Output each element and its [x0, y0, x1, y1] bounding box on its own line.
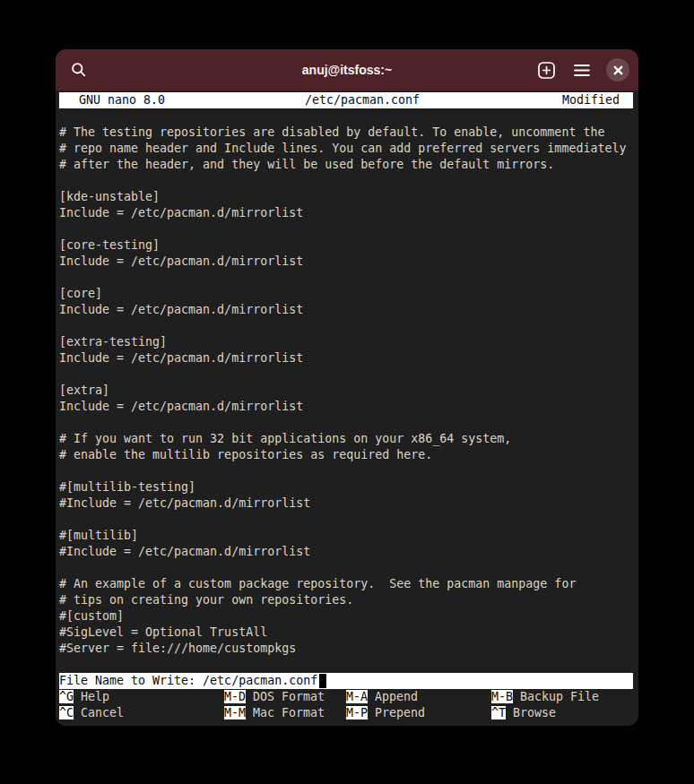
- shortcut-key: ^C: [59, 706, 74, 719]
- shortcut-key: ^G: [59, 690, 74, 703]
- search-icon: [70, 61, 88, 79]
- editor-line: #[multilib]: [59, 528, 633, 544]
- nano-filename: /etc/pacman.conf: [305, 92, 420, 108]
- editor-line: [59, 221, 633, 237]
- window-controls: [534, 58, 629, 82]
- editor-line: #Include = /etc/pacman.d/mirrorlist: [59, 495, 633, 512]
- editor-line: [extra]: [59, 383, 633, 399]
- shortcut-key: ^T: [491, 706, 506, 719]
- shortcut-label: Browse: [513, 706, 556, 719]
- shortcut-label: Backup File: [520, 690, 599, 703]
- shortcut-append: M-AAppend: [346, 689, 491, 705]
- text-cursor: [319, 674, 326, 688]
- editor-line: [59, 657, 633, 673]
- editor-line: # The testing repositories are disabled …: [59, 125, 633, 141]
- editor-line: Include = /etc/pacman.d/mirrorlist: [59, 350, 633, 366]
- editor-line: [59, 560, 633, 576]
- shortcut-label: DOS Format: [253, 690, 325, 703]
- close-icon: [613, 65, 623, 75]
- editor-line: # enable the multilib repositories as re…: [59, 447, 633, 463]
- editor-line: #SigLevel = Optional TrustAll: [59, 625, 633, 641]
- shortcut-browse: ^TBrowse: [491, 705, 633, 721]
- shortcut-dos-format: M-DDOS Format: [224, 689, 346, 705]
- shortcut-label: Cancel: [81, 706, 124, 719]
- editor-line: [59, 108, 633, 125]
- search-button[interactable]: [67, 58, 91, 82]
- close-button[interactable]: [606, 58, 629, 82]
- filename-prompt-bar[interactable]: File Name to Write: /etc/pacman.conf: [59, 673, 633, 689]
- editor-line: [59, 463, 633, 479]
- editor-line: Include = /etc/pacman.d/mirrorlist: [59, 399, 633, 415]
- editor-line: # If you want to run 32 bit applications…: [59, 431, 633, 447]
- editor-line: [59, 366, 633, 383]
- terminal-window: anuj@itsfoss:~: [56, 49, 638, 726]
- nano-titlebar: GNU nano 8.0 /etc/pacman.conf Modified: [59, 92, 633, 108]
- shortcut-key: M-B: [491, 690, 513, 703]
- editor-line: [59, 512, 633, 528]
- new-tab-button[interactable]: [534, 58, 558, 82]
- editor-line: # tips on creating your own repositories…: [59, 592, 633, 608]
- shortcut-label: Mac Format: [253, 706, 325, 719]
- editor-line: # repo name header and Include lines. Yo…: [59, 141, 633, 157]
- editor-line: #Server = file:///home/custompkgs: [59, 641, 633, 657]
- shortcut-help: ^GHelp: [59, 689, 224, 705]
- shortcut-backup-file: M-BBackup File: [491, 689, 633, 705]
- editor-line: Include = /etc/pacman.d/mirrorlist: [59, 302, 633, 318]
- editor-line: #[multilib-testing]: [59, 479, 633, 495]
- nano-modified-flag: Modified: [562, 92, 633, 108]
- editor-line: [kde-unstable]: [59, 189, 633, 205]
- terminal-screen[interactable]: GNU nano 8.0 /etc/pacman.conf Modified #…: [56, 90, 638, 726]
- menu-icon: [574, 64, 590, 77]
- shortcut-cancel: ^CCancel: [59, 705, 224, 721]
- shortcut-prepend: M-PPrepend: [346, 705, 491, 721]
- shortcut-label: Append: [375, 690, 418, 703]
- desktop: { "window": { "title": "anuj@itsfoss:~",…: [0, 0, 694, 784]
- shortcut-label: Prepend: [375, 706, 425, 719]
- shortcut-key: M-A: [346, 690, 368, 703]
- editor-line: [core-testing]: [59, 237, 633, 254]
- titlebar[interactable]: anuj@itsfoss:~: [56, 49, 638, 90]
- editor-line: #[custom]: [59, 608, 633, 625]
- shortcut-mac-format: M-MMac Format: [224, 705, 346, 721]
- menu-button[interactable]: [570, 58, 594, 82]
- editor-line: [59, 415, 633, 431]
- editor-line: [59, 173, 633, 189]
- editor-line: # An example of a custom package reposit…: [59, 576, 633, 592]
- editor-line: [extra-testing]: [59, 334, 633, 350]
- editor-line: #Include = /etc/pacman.d/mirrorlist: [59, 544, 633, 560]
- nano-lines: # The testing repositories are disabled …: [59, 108, 633, 673]
- editor-line: Include = /etc/pacman.d/mirrorlist: [59, 205, 633, 221]
- editor-line: [core]: [59, 286, 633, 302]
- nano-shortcuts: ^GHelpM-DDOS FormatM-AAppendM-BBackup Fi…: [59, 689, 633, 721]
- nano-version: GNU nano 8.0: [59, 92, 165, 108]
- editor-line: Include = /etc/pacman.d/mirrorlist: [59, 254, 633, 270]
- shortcut-key: M-M: [224, 706, 246, 719]
- shortcut-label: Help: [81, 690, 109, 703]
- shortcut-key: M-D: [224, 690, 246, 703]
- new-tab-icon: [538, 62, 555, 79]
- filename-prompt-text: File Name to Write: /etc/pacman.conf: [59, 673, 317, 689]
- shortcut-key: M-P: [346, 706, 368, 719]
- editor-line: [59, 270, 633, 286]
- editor-line: [59, 318, 633, 334]
- editor-line: # after the header, and they will be use…: [59, 157, 633, 173]
